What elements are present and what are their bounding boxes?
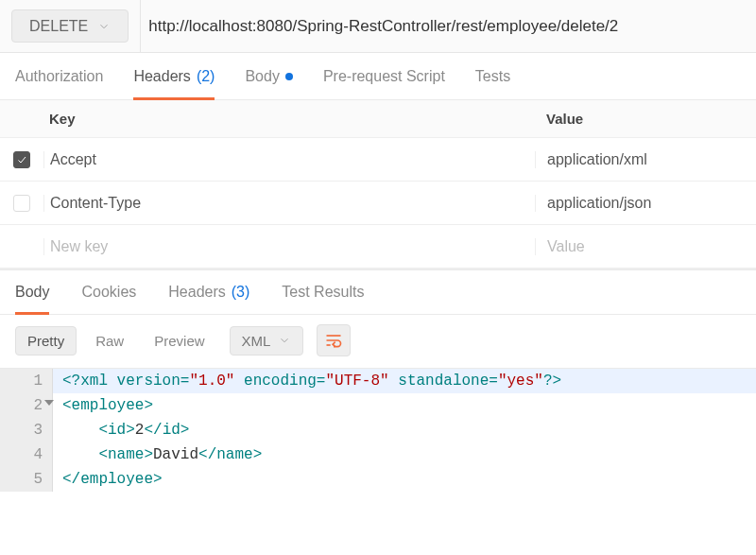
request-bar: DELETE [0, 0, 756, 53]
header-row[interactable]: Accept application/xml [0, 138, 756, 182]
view-pretty-button[interactable]: Pretty [15, 326, 77, 356]
response-headers-count: (3) [232, 284, 250, 301]
headers-table: Key Value Accept application/xml Content… [0, 100, 756, 269]
code-line: 1 <?xml version="1.0" encoding="UTF-8" s… [0, 369, 756, 393]
url-field [140, 0, 756, 52]
tab-body[interactable]: Body [245, 53, 292, 99]
method-label: DELETE [29, 18, 88, 35]
line-number: 3 [0, 418, 53, 442]
code-line: 3 <id>2</id> [0, 418, 756, 442]
check-icon [16, 154, 27, 165]
chevron-down-icon [97, 20, 111, 33]
headers-count: (2) [197, 68, 215, 85]
tab-tests[interactable]: Tests [475, 53, 510, 99]
code-line: 2 <employee> [0, 393, 756, 418]
view-mode-group: Pretty Raw Preview [15, 326, 216, 356]
headers-table-head: Key Value [0, 100, 756, 138]
fold-toggle-icon[interactable] [44, 400, 54, 406]
line-number: 5 [0, 467, 53, 492]
header-value[interactable]: application/xml [535, 151, 756, 168]
view-preview-button[interactable]: Preview [143, 327, 215, 355]
tab-authorization[interactable]: Authorization [15, 53, 103, 99]
method-select[interactable]: DELETE [11, 9, 129, 43]
line-number: 4 [0, 442, 53, 467]
view-raw-button[interactable]: Raw [84, 327, 135, 355]
tab-pre-request-script[interactable]: Pre-request Script [323, 53, 445, 99]
body-dirty-indicator [285, 73, 293, 80]
response-body[interactable]: 1 <?xml version="1.0" encoding="UTF-8" s… [0, 369, 756, 492]
column-key: Key [43, 111, 535, 127]
header-row[interactable]: Content-Type application/json [0, 182, 756, 225]
response-toolbar: Pretty Raw Preview XML [0, 315, 756, 369]
header-key[interactable]: Content-Type [43, 195, 535, 212]
wrap-lines-button[interactable] [317, 324, 351, 356]
header-row-placeholder[interactable]: New key Value [0, 225, 756, 269]
row-checkbox[interactable] [13, 195, 30, 212]
header-value[interactable]: application/json [535, 195, 756, 212]
format-select[interactable]: XML [230, 326, 304, 356]
line-number: 2 [0, 393, 53, 418]
url-input[interactable] [145, 9, 748, 43]
response-tab-cookies[interactable]: Cookies [81, 270, 136, 314]
wrap-icon [324, 331, 343, 350]
header-key[interactable]: Accept [43, 151, 535, 168]
request-tabs: Authorization Headers (2) Body Pre-reque… [0, 53, 756, 100]
column-value: Value [535, 111, 756, 127]
row-checkbox[interactable] [13, 151, 30, 168]
key-placeholder[interactable]: New key [43, 238, 535, 255]
value-placeholder[interactable]: Value [535, 238, 756, 255]
response-tab-body[interactable]: Body [15, 270, 49, 314]
response-tab-headers[interactable]: Headers (3) [168, 270, 249, 314]
tab-headers[interactable]: Headers (2) [133, 53, 215, 99]
line-number: 1 [0, 369, 53, 393]
code-line: 5 </employee> [0, 467, 756, 492]
code-line: 4 <name>David</name> [0, 442, 756, 467]
chevron-down-icon [278, 334, 291, 347]
response-tab-test-results[interactable]: Test Results [282, 270, 364, 314]
response-tabs: Body Cookies Headers (3) Test Results [0, 269, 756, 315]
